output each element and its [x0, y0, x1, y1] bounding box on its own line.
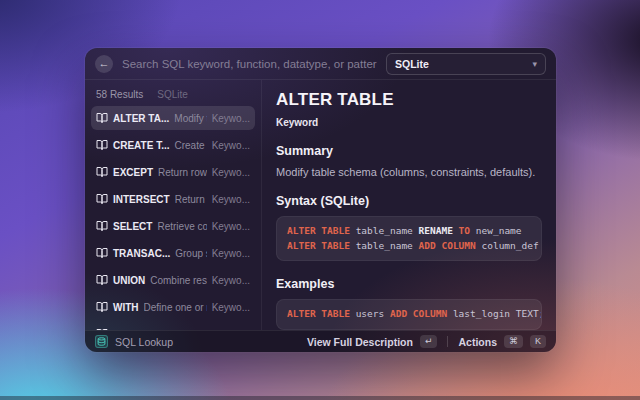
result-subtitle: Combine resul... [150, 275, 206, 286]
enter-key-badge[interactable]: ↵ [420, 335, 438, 348]
language-dropdown[interactable]: SQLite ▾ [386, 53, 546, 75]
footer-separator [447, 336, 448, 347]
examples-code-block: ALTER TABLE users ADD COLUMN last_login … [276, 299, 542, 330]
result-tag: Keywo... [212, 275, 250, 286]
back-arrow-icon: ← [99, 57, 110, 69]
language-dropdown-value: SQLite [395, 58, 429, 70]
examples-heading: Examples [276, 277, 542, 291]
result-tag: Keywo... [212, 221, 250, 232]
result-item[interactable]: ALTER TA... Modify ta... Keywo... [91, 106, 255, 130]
wallpaper-bottom-strip [0, 396, 640, 400]
result-item[interactable]: SELECT Retrieve colu... Keywo... [91, 214, 255, 238]
code-token: TO [459, 225, 476, 236]
code-token: users [356, 308, 390, 319]
code-token: table_name [356, 240, 419, 251]
result-title: EXCEPT [113, 167, 153, 178]
result-title: WITH REC... [113, 329, 171, 331]
code-token: ALTER TABLE [287, 308, 356, 319]
results-header: 58 Results SQLite [91, 85, 255, 106]
result-subtitle: Group st... [175, 248, 206, 259]
result-subtitle: Create a... [174, 140, 206, 151]
book-open-icon [96, 112, 108, 124]
k-key-badge[interactable]: K [530, 335, 546, 348]
results-scope: SQLite [157, 89, 188, 100]
result-subtitle: Build rec... [176, 329, 207, 331]
book-open-icon [96, 274, 108, 286]
result-tag: Keywo... [212, 194, 250, 205]
book-open-icon [96, 139, 108, 151]
result-subtitle: Define one or m... [144, 302, 207, 313]
detail-pane: ALTER TABLE Keyword Summary Modify table… [262, 80, 556, 330]
result-title: UNION [113, 275, 145, 286]
result-tag: Keywo... [212, 167, 250, 178]
back-button[interactable]: ← [95, 55, 113, 73]
result-title: WITH [113, 302, 139, 313]
code-token: last_login TEXT; [453, 308, 542, 319]
code-token: new_name [476, 225, 522, 236]
result-item[interactable]: WITH Define one or m... Keywo... [91, 295, 255, 319]
result-tag: Keywo... [212, 302, 250, 313]
detail-title: ALTER TABLE [276, 90, 542, 110]
result-title: ALTER TA... [113, 113, 169, 124]
code-line: ALTER TABLE users ADD COLUMN last_login … [287, 307, 531, 322]
footer-action-bar: SQL Lookup View Full Description ↵ Actio… [85, 330, 556, 352]
code-line: ALTER TABLE table_name RENAME TO new_nam… [287, 224, 531, 239]
results-count: 58 Results [96, 89, 143, 100]
search-input[interactable] [122, 58, 377, 70]
actions-button[interactable]: Actions [458, 336, 497, 348]
code-token: column_def [481, 240, 538, 251]
result-item[interactable]: WITH REC... Build rec... Keywo... [91, 322, 255, 330]
code-token: RENAME [419, 225, 459, 236]
result-subtitle: Retrieve colu... [157, 221, 206, 232]
result-subtitle: Return rows f... [158, 167, 207, 178]
result-list: ALTER TA... Modify ta... Keywo... CREATE… [91, 106, 255, 330]
book-open-icon [96, 328, 108, 330]
command-key-badge[interactable]: ⌘ [504, 335, 523, 348]
chevron-down-icon: ▾ [532, 59, 537, 69]
result-tag: Keywo... [212, 248, 250, 259]
code-token: table_name [356, 225, 419, 236]
result-item[interactable]: UNION Combine resul... Keywo... [91, 268, 255, 292]
result-title: CREATE T... [113, 140, 169, 151]
search-bar: ← SQLite ▾ [85, 48, 556, 80]
code-token: ADD COLUMN [390, 308, 453, 319]
result-subtitle: Modify ta... [174, 113, 206, 124]
result-tag: Keywo... [212, 113, 250, 124]
detail-type-badge: Keyword [276, 117, 542, 128]
result-title: TRANSAC... [113, 248, 170, 259]
result-title: SELECT [113, 221, 152, 232]
result-item[interactable]: EXCEPT Return rows f... Keywo... [91, 160, 255, 184]
result-tag: Keywo... [212, 140, 250, 151]
book-open-icon [96, 220, 108, 232]
result-item[interactable]: TRANSAC... Group st... Keywo... [91, 241, 255, 265]
view-full-description-button[interactable]: View Full Description [307, 336, 413, 348]
book-open-icon [96, 247, 108, 259]
book-open-icon [96, 193, 108, 205]
code-token: ADD COLUMN [419, 240, 482, 251]
code-token: ALTER TABLE [287, 240, 356, 251]
app-window: ← SQLite ▾ 58 Results SQLite ALTER TA...… [85, 48, 556, 352]
syntax-heading: Syntax (SQLite) [276, 194, 542, 208]
result-tag: Keywo... [212, 329, 250, 331]
result-subtitle: Return ro... [175, 194, 207, 205]
content-area: 58 Results SQLite ALTER TA... Modify ta.… [85, 80, 556, 330]
desktop-wallpaper: { "search": { "placeholder": "Search SQL… [0, 0, 640, 400]
book-open-icon [96, 166, 108, 178]
result-item[interactable]: INTERSECT Return ro... Keywo... [91, 187, 255, 211]
results-sidebar: 58 Results SQLite ALTER TA... Modify ta.… [85, 80, 262, 330]
summary-text: Modify table schema (columns, constraint… [276, 166, 542, 178]
result-item[interactable]: CREATE T... Create a... Keywo... [91, 133, 255, 157]
database-icon [95, 335, 108, 348]
book-open-icon [96, 301, 108, 313]
code-token: ALTER TABLE [287, 225, 356, 236]
syntax-code-block: ALTER TABLE table_name RENAME TO new_nam… [276, 216, 542, 261]
code-line: ALTER TABLE table_name ADD COLUMN column… [287, 239, 531, 254]
app-name: SQL Lookup [115, 336, 173, 348]
result-title: INTERSECT [113, 194, 170, 205]
summary-heading: Summary [276, 144, 542, 158]
